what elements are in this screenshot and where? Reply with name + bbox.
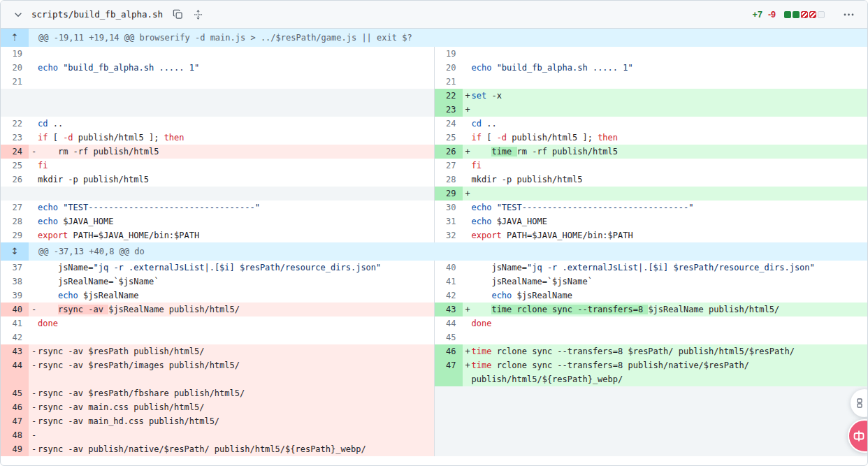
line-number[interactable]: 27 xyxy=(1,201,29,214)
line-number[interactable]: 45 xyxy=(1,386,29,400)
code-line: jsName="jq -r .externalJsList|.[$i] $res… xyxy=(38,261,434,275)
line-number[interactable]: 28 xyxy=(1,214,29,228)
line-number[interactable]: 23 xyxy=(1,131,29,145)
line-number[interactable]: 40 xyxy=(435,261,463,275)
line-number[interactable]: 29 xyxy=(1,228,29,242)
line-number[interactable]: 43 xyxy=(1,344,29,358)
diff-line-row: 37 jsName="jq -r .externalJsList|.[$i] $… xyxy=(1,261,867,275)
line-number[interactable]: 23 xyxy=(435,103,463,117)
code-line xyxy=(472,386,868,400)
line-number[interactable]: 42 xyxy=(435,289,463,303)
line-number[interactable]: 47 xyxy=(1,414,29,428)
diff-line-row: 43-rsync -av $resPath publish/html5/46+t… xyxy=(1,344,867,358)
code-cell: -rsync -av main_hd.css publish/html5/ xyxy=(29,414,434,428)
line-number[interactable]: 40 xyxy=(1,303,29,316)
line-number[interactable]: 46 xyxy=(1,400,29,414)
code-line: rsync -av publish/native/$resPath/ publi… xyxy=(38,442,434,456)
line-number[interactable]: 44 xyxy=(1,358,29,386)
line-number[interactable]: 49 xyxy=(1,442,29,456)
line-number[interactable]: 42 xyxy=(1,330,29,344)
file-options-button[interactable] xyxy=(841,8,856,22)
line-number[interactable]: 22 xyxy=(435,89,463,103)
chevron-down-icon xyxy=(13,10,23,20)
code-cell: -rsync -av $resPath/images publish/html5… xyxy=(29,358,434,386)
code-line: rsync -av $resPath/fbshare publish/html5… xyxy=(38,386,434,400)
line-number[interactable]: 47 xyxy=(435,358,463,386)
diff-new-cell: 41 jsRealName=`$jsName` xyxy=(435,275,868,289)
line-number xyxy=(435,428,463,442)
line-number[interactable]: 22 xyxy=(1,117,29,131)
code-cell: jsRealName=`$jsName` xyxy=(29,275,434,289)
drag-grip-handle[interactable] xyxy=(191,8,205,22)
line-number[interactable]: 43 xyxy=(435,303,463,316)
line-number[interactable]: 24 xyxy=(435,117,463,131)
code-line: echo $jsRealName xyxy=(472,289,868,303)
line-number[interactable]: 26 xyxy=(1,173,29,187)
line-number[interactable]: 28 xyxy=(435,173,463,187)
code-cell: + xyxy=(463,187,868,201)
collapse-file-button[interactable] xyxy=(12,8,24,21)
code-cell xyxy=(463,400,868,414)
diff-marker xyxy=(29,159,38,173)
code-cell: fi xyxy=(29,159,434,173)
code-cell xyxy=(463,75,868,89)
line-number[interactable]: 20 xyxy=(435,61,463,75)
copy-path-button[interactable] xyxy=(171,8,185,21)
line-number[interactable]: 38 xyxy=(1,275,29,289)
code-line: jsRealName=`$jsName` xyxy=(472,275,868,289)
code-cell xyxy=(29,103,434,117)
line-number[interactable]: 45 xyxy=(435,330,463,344)
diff-marker xyxy=(463,201,472,214)
diff-new-cell: 28mkdir -p publish/html5 xyxy=(435,173,868,187)
expand-hunk-button[interactable]: ↕ xyxy=(1,242,29,261)
code-cell: jsRealName=`$jsName` xyxy=(463,275,868,289)
diff-marker xyxy=(29,289,38,303)
diffstat-block-added xyxy=(784,11,791,18)
mini-panels-icon xyxy=(855,398,865,408)
line-number[interactable]: 30 xyxy=(435,201,463,214)
line-number[interactable]: 20 xyxy=(1,61,29,75)
diff-old-cell: 41done xyxy=(1,316,435,330)
diff-line-row: 2121 xyxy=(1,75,867,89)
line-number[interactable]: 48 xyxy=(1,428,29,442)
line-number[interactable]: 41 xyxy=(435,275,463,289)
code-line: jsRealName=`$jsName` xyxy=(38,275,434,289)
line-number[interactable]: 19 xyxy=(435,47,463,61)
line-number[interactable]: 44 xyxy=(435,316,463,330)
line-number[interactable]: 24 xyxy=(1,145,29,159)
expand-hunk-button[interactable]: ⇡ xyxy=(1,29,29,47)
file-header: scripts/build_fb_alpha.sh xyxy=(1,1,867,29)
line-number[interactable]: 37 xyxy=(1,261,29,275)
line-number[interactable]: 31 xyxy=(435,214,463,228)
line-number[interactable]: 21 xyxy=(435,75,463,89)
diff-line-row: 28echo $JAVA_HOME31echo $JAVA_HOME xyxy=(1,214,867,228)
diff-marker: - xyxy=(29,344,38,358)
diff-line-row: 46-rsync -av main.css publish/html5/ xyxy=(1,400,867,414)
diff-new-cell: 29+ xyxy=(435,187,868,201)
line-number[interactable]: 19 xyxy=(1,47,29,61)
line-number[interactable]: 39 xyxy=(1,289,29,303)
line-number[interactable]: 29 xyxy=(435,187,463,201)
diff-old-cell: 25fi xyxy=(1,159,435,173)
line-number[interactable]: 32 xyxy=(435,228,463,242)
code-cell: echo $jsRealName xyxy=(463,289,868,303)
line-number[interactable]: 46 xyxy=(435,344,463,358)
diff-old-cell: 23if [ -d publish/html5 ]; then xyxy=(1,131,435,145)
line-number[interactable]: 41 xyxy=(1,316,29,330)
diff-line-row: 45-rsync -av $resPath/fbshare publish/ht… xyxy=(1,386,867,400)
code-line: echo $jsRealName xyxy=(38,289,434,303)
code-cell: echo $JAVA_HOME xyxy=(29,214,434,228)
diff-new-cell: 27fi xyxy=(435,159,868,173)
diff-old-cell: 44-rsync -av $resPath/images publish/htm… xyxy=(1,358,435,386)
line-number[interactable]: 25 xyxy=(435,131,463,145)
code-line: mkdir -p publish/html5 xyxy=(38,173,434,187)
file-path[interactable]: scripts/build_fb_alpha.sh xyxy=(31,9,163,20)
line-number[interactable]: 26 xyxy=(435,145,463,159)
line-number[interactable]: 21 xyxy=(1,75,29,89)
code-line: echo $JAVA_HOME xyxy=(472,214,868,228)
line-number[interactable]: 27 xyxy=(435,159,463,173)
line-number[interactable]: 25 xyxy=(1,159,29,173)
diff-marker: - xyxy=(29,358,38,386)
diff-marker xyxy=(463,316,472,330)
code-cell: export PATH=$JAVA_HOME/bin:$PATH xyxy=(463,228,868,242)
